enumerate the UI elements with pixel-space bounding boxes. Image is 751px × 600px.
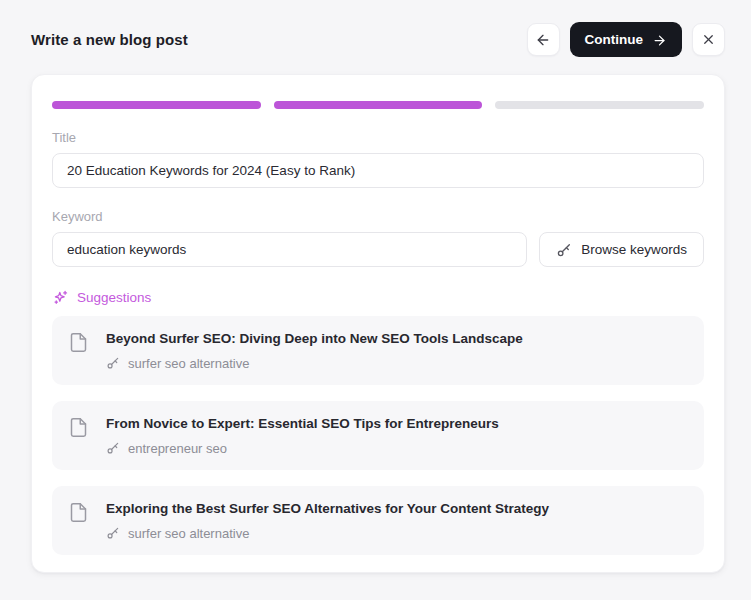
suggestion-title: Exploring the Best Surfer SEO Alternativ…	[106, 501, 549, 518]
document-icon	[68, 332, 89, 353]
suggestion-keyword: surfer seo alternative	[128, 356, 249, 371]
suggestion-keyword-row: surfer seo alternative	[106, 526, 549, 541]
keyword-input[interactable]	[52, 232, 527, 267]
suggestion-title: From Novice to Expert: Essential SEO Tip…	[106, 416, 499, 433]
header-actions: Continue	[527, 22, 726, 57]
progress-bar	[52, 101, 704, 109]
suggestion-keyword: surfer seo alternative	[128, 526, 249, 541]
dialog-header: Write a new blog post Continue	[0, 0, 751, 57]
suggestion-list: Beyond Surfer SEO: Diving Deep into New …	[52, 316, 704, 555]
arrow-left-icon	[535, 32, 551, 48]
suggestion-content: From Novice to Expert: Essential SEO Tip…	[106, 416, 499, 456]
suggestion-item[interactable]: Exploring the Best Surfer SEO Alternativ…	[52, 486, 704, 555]
page-title: Write a new blog post	[31, 31, 188, 48]
blog-post-wizard-card: Title Keyword Browse keywords Suggestion…	[31, 74, 725, 573]
suggestion-item[interactable]: Beyond Surfer SEO: Diving Deep into New …	[52, 316, 704, 385]
key-icon	[106, 441, 120, 455]
back-button[interactable]	[527, 23, 560, 56]
arrow-right-icon	[652, 32, 667, 48]
title-label: Title	[52, 130, 704, 145]
close-button[interactable]	[692, 23, 725, 56]
suggestions-heading: Suggestions	[52, 289, 704, 306]
suggestion-title: Beyond Surfer SEO: Diving Deep into New …	[106, 331, 523, 348]
key-icon	[556, 242, 572, 258]
document-icon	[68, 417, 89, 438]
continue-button[interactable]: Continue	[570, 22, 683, 57]
progress-segment	[274, 101, 483, 109]
title-input[interactable]	[52, 153, 704, 188]
keyword-row: Browse keywords	[52, 232, 704, 267]
close-icon	[701, 32, 716, 47]
sparkles-icon	[52, 289, 69, 306]
document-icon	[68, 502, 89, 523]
browse-keywords-button[interactable]: Browse keywords	[539, 232, 704, 267]
suggestion-keyword-row: surfer seo alternative	[106, 356, 523, 371]
key-icon	[106, 356, 120, 370]
keyword-label: Keyword	[52, 209, 704, 224]
suggestion-content: Beyond Surfer SEO: Diving Deep into New …	[106, 331, 523, 371]
suggestion-content: Exploring the Best Surfer SEO Alternativ…	[106, 501, 549, 541]
key-icon	[106, 526, 120, 540]
suggestion-item[interactable]: From Novice to Expert: Essential SEO Tip…	[52, 401, 704, 470]
progress-segment	[52, 101, 261, 109]
progress-segment	[495, 101, 704, 109]
suggestion-keyword-row: entrepreneur seo	[106, 441, 499, 456]
browse-keywords-label: Browse keywords	[581, 242, 687, 257]
suggestion-keyword: entrepreneur seo	[128, 441, 227, 456]
suggestions-label: Suggestions	[77, 290, 151, 305]
continue-button-label: Continue	[585, 32, 644, 47]
